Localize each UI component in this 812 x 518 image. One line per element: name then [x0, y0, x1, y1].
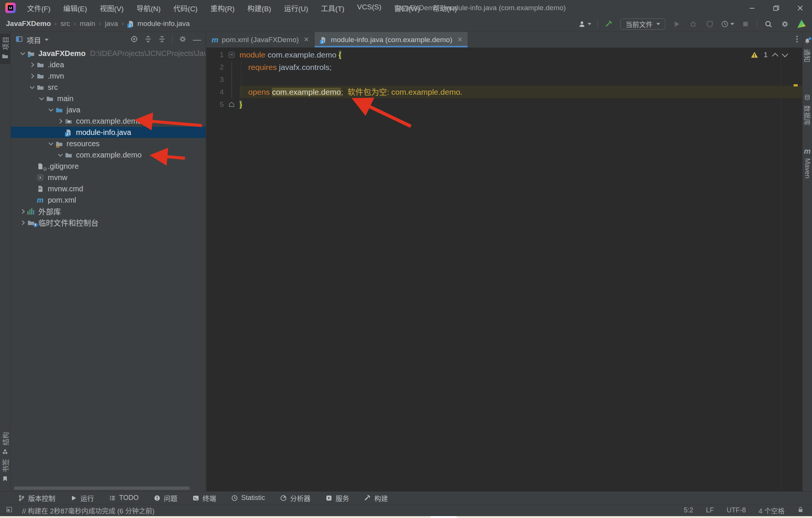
tree-item-external-libraries[interactable]: 外部库	[11, 206, 206, 217]
menu-vcs[interactable]: VCS(S)	[353, 2, 386, 15]
tool-tab-project[interactable]: 项目	[0, 33, 10, 64]
stop-icon[interactable]	[740, 18, 751, 30]
debug-icon[interactable]	[688, 18, 698, 30]
terminal-icon	[192, 495, 199, 501]
tool-tab-terminal[interactable]: 终端	[192, 493, 216, 503]
restore-icon[interactable]	[764, 0, 788, 16]
search-icon[interactable]	[763, 18, 774, 30]
tool-tab-run[interactable]: 运行	[70, 493, 94, 503]
tree-item-module-info[interactable]: module-info.java	[11, 127, 206, 138]
tab-options-icon[interactable]	[796, 36, 798, 42]
chevron-right-icon[interactable]	[27, 59, 37, 70]
minimize-icon[interactable]	[740, 0, 764, 16]
chevron-right-icon[interactable]	[18, 217, 27, 228]
tree-item-project-root[interactable]: JavaFXDemo D:\IDEAProjects\JCNCProjects\…	[11, 48, 206, 59]
chevron-right-icon[interactable]	[18, 206, 27, 217]
tree-item-scratches[interactable]: 临时文件和控制台	[11, 217, 206, 228]
tool-tab-services[interactable]: 服务	[326, 493, 349, 503]
indent-setting[interactable]: 4 个空格	[759, 506, 785, 515]
close-tab-icon[interactable]: ✕	[457, 36, 462, 44]
chevron-down-icon[interactable]	[18, 48, 27, 59]
tool-tab-profiler[interactable]: 分析器	[280, 493, 311, 503]
run-config-selector[interactable]: 当前文件	[620, 18, 665, 30]
collapse-all-icon[interactable]	[158, 35, 166, 44]
menu-run[interactable]: 运行(U)	[279, 2, 312, 15]
user-icon[interactable]	[578, 18, 591, 30]
tree-item-mvnw-cmd[interactable]: mvnw.cmd	[11, 183, 206, 194]
chevron-down-icon[interactable]	[27, 82, 37, 93]
menu-view[interactable]: 视图(V)	[95, 2, 128, 15]
tool-tab-todo[interactable]: TODO	[109, 494, 139, 502]
breadcrumb-project[interactable]: JavaFXDemo	[6, 20, 51, 28]
tab-pom-xml[interactable]: pom.xml (JavaFXDemo) ✕	[206, 32, 315, 47]
tool-window-toggler-icon[interactable]	[6, 506, 12, 515]
tree-item-mvn[interactable]: .mvn	[11, 70, 206, 82]
chevron-right-icon[interactable]	[56, 115, 65, 127]
menu-build[interactable]: 构建(B)	[243, 2, 276, 15]
menu-tools[interactable]: 工具(T)	[317, 2, 349, 15]
breadcrumb-file[interactable]: module-info.java	[127, 20, 189, 28]
tool-tab-bookmarks[interactable]: 书签	[0, 456, 10, 486]
caret-position[interactable]: 5:2	[684, 506, 693, 514]
tool-tab-problems[interactable]: 问题	[154, 493, 177, 503]
expand-all-icon[interactable]	[144, 35, 152, 44]
chevron-down-icon[interactable]	[46, 138, 56, 149]
breadcrumb-main[interactable]: main	[80, 20, 95, 28]
menu-file[interactable]: 文件(F)	[23, 2, 55, 15]
inspections-widget[interactable]: 1	[751, 51, 787, 59]
tab-module-info[interactable]: module-info.java (com.example.demo) ✕	[315, 32, 468, 47]
horizontal-scrollbar[interactable]	[14, 486, 190, 490]
chevron-down-icon[interactable]	[56, 149, 65, 161]
close-icon[interactable]	[788, 0, 812, 16]
chevron-down-icon[interactable]	[46, 104, 56, 115]
fold-region-end-icon[interactable]	[224, 98, 239, 111]
tool-tab-maven-label: Maven	[803, 158, 811, 179]
tree-item-main[interactable]: main	[11, 93, 206, 104]
warning-stripe-mark[interactable]	[794, 84, 798, 86]
panel-settings-icon[interactable]	[179, 35, 186, 44]
tree-item-idea[interactable]: .idea	[11, 59, 206, 70]
tree-item-resources[interactable]: resources	[11, 138, 206, 149]
tree-item-package-resources[interactable]: com.example.demo	[11, 149, 206, 161]
run-icon[interactable]	[671, 18, 682, 30]
tree-item-package-java[interactable]: com.example.demo	[11, 115, 206, 127]
chevron-right-icon[interactable]	[27, 70, 37, 82]
settings-icon[interactable]	[780, 18, 790, 30]
code-editor[interactable]: 1 module com.example.demo { 2 requires j…	[206, 48, 802, 491]
tree-item-mvnw[interactable]: mvnw	[11, 172, 206, 183]
chevron-down-icon[interactable]	[37, 93, 46, 104]
file-encoding[interactable]: UTF-8	[727, 506, 746, 514]
tool-tab-maven[interactable]: Maven	[803, 145, 812, 182]
lock-icon[interactable]	[797, 506, 804, 515]
menu-edit[interactable]: 编辑(E)	[59, 2, 91, 15]
profiler-icon[interactable]	[721, 18, 734, 30]
build-button[interactable]	[604, 18, 614, 30]
close-tab-icon[interactable]: ✕	[304, 36, 309, 44]
fold-region-start-icon[interactable]	[224, 48, 239, 61]
hide-panel-icon[interactable]: —	[193, 38, 201, 42]
coverage-icon[interactable]	[704, 18, 715, 30]
breadcrumb-src[interactable]: src	[61, 20, 70, 28]
project-panel-title[interactable]: 项目	[27, 35, 41, 45]
menu-navigate[interactable]: 导航(N)	[132, 2, 165, 15]
tree-item-java[interactable]: java	[11, 104, 206, 115]
chevron-down-icon[interactable]	[45, 39, 48, 41]
tool-tab-notifications[interactable]: 通知	[803, 35, 812, 65]
status-bar: // 构建在 2秒87毫秒内成功完成 (6 分钟之前) 5:2 LF UTF-8…	[0, 504, 812, 516]
line-separator[interactable]: LF	[706, 506, 714, 514]
tool-tab-database[interactable]: 数据库	[803, 91, 812, 129]
tree-item-pom[interactable]: pom.xml	[11, 194, 206, 206]
tool-tab-build[interactable]: 构建	[364, 493, 388, 503]
plugin-logo-icon[interactable]	[796, 18, 807, 30]
tool-tab-statistic[interactable]: Statistic	[231, 494, 265, 502]
tool-tab-structure[interactable]: 结构	[0, 429, 10, 459]
tool-tab-version-control[interactable]: 版本控制	[18, 493, 55, 503]
locate-file-icon[interactable]	[130, 35, 138, 44]
menu-refactor[interactable]: 重构(R)	[206, 2, 239, 15]
tree-item-src[interactable]: src	[11, 82, 206, 93]
menu-code[interactable]: 代码(C)	[169, 2, 202, 15]
previous-problem-icon[interactable]	[772, 53, 779, 59]
next-problem-icon[interactable]	[782, 51, 788, 58]
tree-item-gitignore[interactable]: .gitignore	[11, 161, 206, 172]
breadcrumb-java[interactable]: java	[105, 20, 118, 28]
